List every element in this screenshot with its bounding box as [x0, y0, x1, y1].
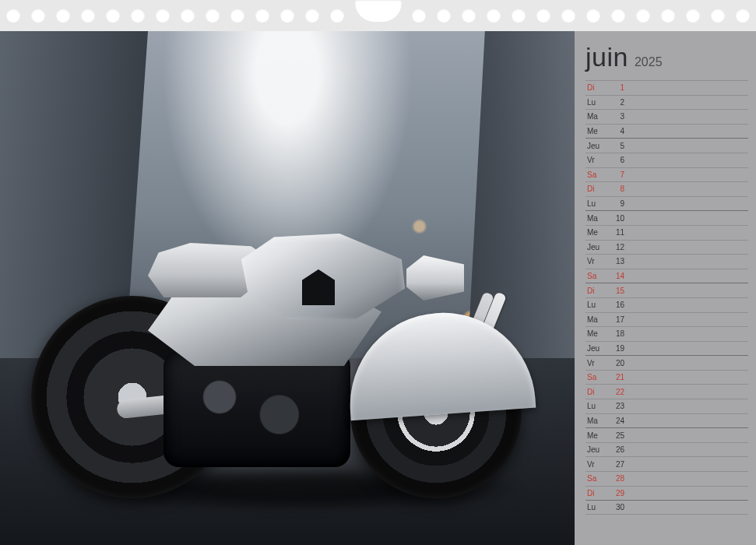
- day-number: 17: [610, 315, 624, 324]
- day-row: Jeu5: [585, 138, 748, 153]
- weekday-abbrev: Di: [587, 185, 606, 193]
- motorcycle: [47, 234, 529, 498]
- day-row: Ma3: [585, 109, 748, 124]
- binding-hole: [586, 9, 600, 23]
- binding-hole: [131, 9, 145, 23]
- day-row: Lu9: [585, 196, 748, 211]
- day-number: 30: [610, 503, 624, 512]
- day-row: Di8: [585, 181, 748, 196]
- day-number: 2: [610, 98, 624, 107]
- day-number: 15: [610, 287, 624, 295]
- day-row: Lu30: [585, 500, 748, 515]
- binding-hole: [206, 9, 220, 23]
- weekday-abbrev: Me: [587, 329, 606, 338]
- day-number: 9: [610, 199, 624, 208]
- month-header: juin 2025: [585, 42, 748, 72]
- headlamp-cowl: [406, 255, 464, 301]
- day-row: Lu2: [585, 95, 748, 110]
- day-row: Sa14: [585, 269, 748, 283]
- weekday-abbrev: Ma: [587, 315, 606, 324]
- day-row: Lu16: [585, 297, 748, 312]
- day-row: Di1: [585, 80, 748, 95]
- weekday-abbrev: Vr: [587, 359, 606, 367]
- binding-holes-left: [6, 9, 378, 23]
- day-row: Jeu26: [585, 442, 748, 457]
- day-list: Di1Lu2Ma3Me4Jeu5Vr6Sa7Di8Lu9Ma10Me11Jeu1…: [585, 80, 748, 537]
- spiral-binding: [0, 0, 756, 31]
- day-row: Ma10: [585, 210, 748, 225]
- day-row: Di22: [585, 384, 748, 399]
- day-number: 24: [610, 417, 624, 425]
- binding-hole: [6, 9, 20, 23]
- binding-hole: [106, 9, 120, 23]
- weekday-abbrev: Sa: [587, 171, 606, 179]
- binding-hole: [181, 9, 195, 23]
- binding-hole: [81, 9, 95, 23]
- binding-hole: [536, 9, 550, 23]
- day-number: 7: [610, 171, 624, 179]
- day-number: 12: [610, 243, 624, 251]
- day-number: 5: [610, 142, 624, 150]
- weekday-abbrev: Lu: [587, 98, 606, 107]
- day-number: 16: [610, 301, 624, 309]
- day-row: Ma24: [585, 413, 748, 428]
- day-row: Ma17: [585, 312, 748, 327]
- weekday-abbrev: Lu: [587, 503, 606, 512]
- weekday-abbrev: Me: [587, 228, 606, 237]
- day-row: Me11: [585, 225, 748, 240]
- day-number: 10: [610, 214, 624, 223]
- day-number: 28: [610, 474, 624, 483]
- day-row: Di15: [585, 283, 748, 297]
- day-row: Vr27: [585, 456, 748, 471]
- calendar-panel: juin 2025 Di1Lu2Ma3Me4Jeu5Vr6Sa7Di8Lu9Ma…: [575, 31, 756, 545]
- binding-hole: [661, 9, 675, 23]
- weekday-abbrev: Sa: [587, 474, 606, 483]
- binding-hole: [255, 9, 269, 23]
- day-row: Vr13: [585, 254, 748, 269]
- weekday-abbrev: Vr: [587, 257, 606, 265]
- binding-hole: [611, 9, 625, 23]
- binding-hole: [412, 9, 426, 23]
- weekday-abbrev: Sa: [587, 373, 606, 382]
- binding-hole: [156, 9, 170, 23]
- weekday-abbrev: Ma: [587, 417, 606, 425]
- weekday-abbrev: Di: [587, 287, 606, 295]
- day-number: 8: [610, 185, 624, 193]
- day-number: 11: [610, 228, 624, 237]
- day-number: 4: [610, 127, 624, 135]
- day-row: Sa7: [585, 167, 748, 182]
- day-row: Sa21: [585, 370, 748, 385]
- day-row: Vr20: [585, 355, 748, 370]
- day-row: Vr6: [585, 153, 748, 167]
- day-row: Jeu12: [585, 240, 748, 255]
- day-number: 25: [610, 431, 624, 440]
- binding-hole: [561, 9, 575, 23]
- binding-holes-right: [378, 9, 751, 23]
- day-number: 20: [610, 359, 624, 367]
- day-number: 1: [610, 83, 624, 92]
- binding-hole: [305, 9, 319, 23]
- weekday-abbrev: Vr: [587, 460, 606, 469]
- binding-hole: [512, 9, 526, 23]
- weekday-abbrev: Vr: [587, 156, 606, 164]
- day-number: 14: [610, 272, 624, 280]
- binding-hole: [437, 9, 451, 23]
- day-number: 19: [610, 344, 624, 353]
- weekday-abbrev: Lu: [587, 402, 606, 410]
- day-row: Lu23: [585, 399, 748, 413]
- weekday-abbrev: Lu: [587, 301, 606, 309]
- weekday-abbrev: Jeu: [587, 445, 606, 454]
- weekday-abbrev: Jeu: [587, 243, 606, 251]
- day-row: Jeu19: [585, 341, 748, 356]
- binding-hole: [31, 9, 45, 23]
- weekday-abbrev: Di: [587, 489, 606, 498]
- day-row: Me18: [585, 326, 748, 341]
- engine-block: [164, 350, 350, 467]
- day-number: 13: [610, 257, 624, 265]
- weekday-abbrev: Me: [587, 127, 606, 135]
- day-number: 6: [610, 156, 624, 164]
- weekday-abbrev: Di: [587, 388, 606, 396]
- binding-hole: [462, 9, 476, 23]
- day-row: Sa28: [585, 471, 748, 486]
- weekday-abbrev: Jeu: [587, 344, 606, 353]
